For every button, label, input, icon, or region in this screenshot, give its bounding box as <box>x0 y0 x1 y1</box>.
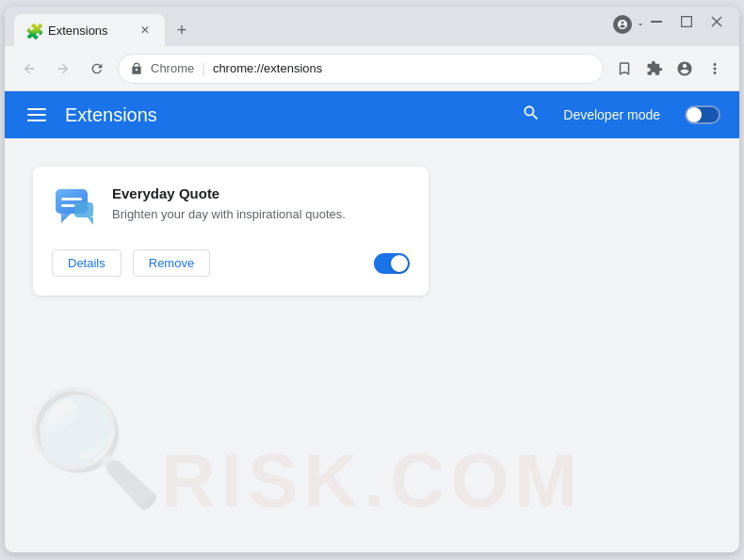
address-bar-row: Chrome | chrome://extensions <box>5 46 739 91</box>
close-button[interactable] <box>709 14 724 29</box>
tab-close-button[interactable]: ✕ <box>137 22 154 39</box>
extensions-header: Extensions Developer mode <box>5 91 739 138</box>
extensions-page-title: Extensions <box>65 104 507 126</box>
svg-marker-9 <box>88 217 93 225</box>
svg-rect-8 <box>74 202 93 217</box>
svg-rect-6 <box>61 198 82 200</box>
back-button[interactable] <box>16 56 42 82</box>
details-button[interactable]: Details <box>52 249 121 277</box>
profile-button[interactable] <box>671 56 698 82</box>
address-site: Chrome <box>151 61 194 75</box>
developer-mode-toggle[interactable] <box>685 105 720 124</box>
tab-favicon-icon: 🧩 <box>25 23 40 38</box>
svg-marker-5 <box>61 214 71 223</box>
developer-mode-label: Developer mode <box>563 107 660 122</box>
secure-icon <box>130 62 143 75</box>
extension-icon <box>52 185 97 231</box>
bookmark-button[interactable] <box>611 56 638 82</box>
developer-mode-toggle-knob <box>687 107 702 122</box>
address-url: chrome://extensions <box>213 61 591 75</box>
forward-button[interactable] <box>50 56 76 82</box>
extensions-content: 🔍 RISK.COM <box>5 138 739 552</box>
extension-info: Everyday Quote Brighten your day with in… <box>112 185 410 231</box>
svg-rect-1 <box>682 17 692 27</box>
hamburger-menu-icon[interactable] <box>24 104 50 125</box>
menu-button[interactable] <box>702 56 728 82</box>
minimize-button[interactable] <box>649 14 664 29</box>
watermark-bottom: RISK.COM <box>161 438 583 524</box>
maximize-button[interactable] <box>679 14 694 29</box>
browser-window: 🧩 Extensions ✕ + <box>5 7 739 552</box>
extension-card: Everyday Quote Brighten your day with in… <box>33 167 429 296</box>
extension-name: Everyday Quote <box>112 185 410 201</box>
search-button[interactable] <box>522 104 541 127</box>
extension-enable-toggle[interactable] <box>374 253 410 274</box>
toolbar-icons <box>611 56 728 82</box>
extension-toggle-knob <box>391 255 408 272</box>
new-tab-button[interactable]: + <box>169 17 195 43</box>
card-actions: Details Remove <box>52 249 410 277</box>
svg-rect-0 <box>651 21 662 23</box>
browser-tab[interactable]: 🧩 Extensions ✕ <box>14 14 165 46</box>
tab-title: Extensions <box>48 24 129 38</box>
window-controls <box>649 14 724 29</box>
extensions-button[interactable] <box>641 56 668 82</box>
reload-button[interactable] <box>84 56 110 82</box>
remove-button[interactable]: Remove <box>133 249 210 277</box>
extension-description: Brighten your day with inspirational quo… <box>112 205 410 224</box>
address-bar[interactable]: Chrome | chrome://extensions <box>118 54 604 84</box>
card-top: Everyday Quote Brighten your day with in… <box>52 185 410 231</box>
svg-rect-7 <box>61 204 75 207</box>
title-bar: 🧩 Extensions ✕ + <box>5 7 739 46</box>
watermark-magnifier: 🔍 <box>24 382 165 515</box>
